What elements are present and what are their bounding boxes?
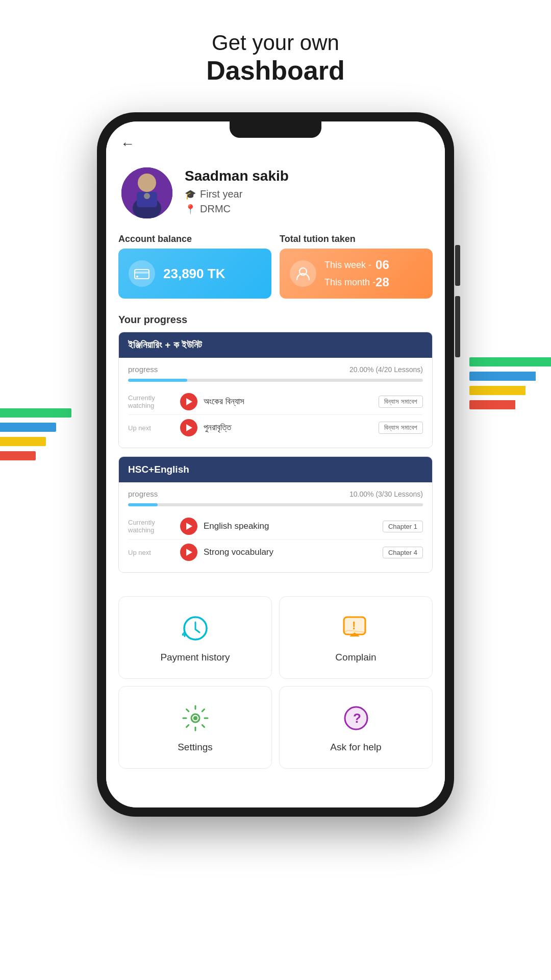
course-2-header: HSC+English — [119, 457, 432, 482]
svg-point-1 — [138, 174, 156, 192]
progress-fill-1 — [128, 379, 187, 382]
play-icon — [186, 424, 192, 431]
course-1: ইঞ্জিনিয়ারিং + ক ইউনিট progress 20.00% … — [118, 332, 433, 448]
phone-mockup: ← — [97, 112, 454, 817]
payment-history-tile[interactable]: Payment history — [118, 596, 272, 679]
profile-institution: 📍 DRMC — [185, 203, 430, 215]
graduation-icon: 🎓 — [185, 189, 196, 200]
lesson-row[interactable]: Currently watching English speaking Chap… — [128, 513, 423, 540]
progress-track-2 — [128, 503, 423, 506]
balance-card: 23,890 TK — [118, 249, 271, 299]
phone-button-volume — [455, 245, 460, 286]
tution-lines: This week - 06 This month - 28 — [324, 258, 389, 289]
lesson-meta: Currently watching — [128, 519, 174, 534]
ask-for-help-tile[interactable]: ? Ask for help — [279, 686, 433, 769]
play-icon — [186, 398, 192, 405]
phone-notch — [230, 121, 321, 138]
phone-button-power — [455, 296, 460, 357]
page-subtitle: Get your own — [0, 31, 551, 55]
course-1-header: ইঞ্জিনিয়ারিং + ক ইউনিট — [119, 332, 432, 358]
profile-info: Saadman sakib 🎓 First year 📍 DRMC — [185, 168, 430, 218]
phone-screen: ← — [106, 121, 445, 807]
tution-card: This week - 06 This month - 28 — [280, 249, 433, 299]
lesson-tag: বিন্যাস সমাবেশ — [379, 396, 423, 408]
balance-value: 23,890 TK — [163, 266, 261, 282]
play-icon — [186, 523, 192, 530]
ask-for-help-label: Ask for help — [330, 742, 381, 753]
complain-icon: ! — [340, 612, 372, 645]
svg-point-4 — [144, 193, 150, 199]
balance-info: 23,890 TK — [163, 266, 261, 282]
lesson-meta: Up next — [128, 549, 174, 556]
play-button[interactable] — [180, 393, 197, 410]
help-icon: ? — [340, 702, 372, 734]
progress-bar-row-1: progress 20.00% (4/20 Lessons) — [128, 365, 423, 374]
lesson-title: অংকের বিন্যাস — [204, 397, 372, 407]
lesson-row[interactable]: Currently watching অংকের বিন্যাস বিন্যাস… — [128, 389, 423, 415]
progress-percent-2: 10.00% (3/30 Lessons) — [349, 490, 423, 498]
tution-month: This month - 28 — [324, 275, 389, 289]
progress-title: Your progress — [118, 314, 433, 326]
decorative-stripes-left — [0, 408, 71, 464]
complain-tile[interactable]: ! Complain — [279, 596, 433, 679]
profile-name: Saadman sakib — [185, 168, 430, 184]
play-button[interactable] — [180, 518, 197, 535]
settings-icon — [179, 702, 212, 734]
tiles-grid: Payment history ! — [118, 596, 433, 769]
svg-text:?: ? — [353, 710, 361, 726]
progress-label-2: progress — [128, 489, 158, 498]
avatar — [121, 167, 172, 218]
tution-label: Total tution taken — [280, 234, 433, 244]
payment-history-label: Payment history — [160, 652, 230, 663]
profile-year: 🎓 First year — [185, 188, 430, 200]
tiles-section: Payment history ! — [106, 591, 445, 779]
page-title: Dashboard — [0, 55, 551, 86]
stats-row: 23,890 TK This week — [106, 249, 445, 309]
stats-labels: Account balance Total tution taken — [106, 234, 445, 249]
tution-icon — [290, 260, 316, 287]
progress-fill-2 — [128, 503, 158, 506]
svg-rect-6 — [135, 272, 149, 274]
lesson-title: Strong vocabulary — [204, 547, 377, 557]
settings-tile[interactable]: Settings — [118, 686, 272, 769]
lesson-title: পুনরাবৃত্তি — [204, 423, 372, 433]
play-icon — [186, 549, 192, 556]
balance-icon — [129, 260, 155, 287]
course-2-body: progress 10.00% (3/30 Lessons) Currently… — [119, 482, 432, 572]
avatar-image — [121, 167, 172, 218]
play-button[interactable] — [180, 419, 197, 436]
balance-label: Account balance — [118, 234, 271, 244]
svg-point-14 — [193, 716, 197, 720]
settings-label: Settings — [178, 742, 213, 753]
page-header: Get your own Dashboard — [0, 0, 551, 101]
clock-icon — [179, 612, 212, 645]
lesson-tag: Chapter 4 — [383, 547, 423, 558]
complain-label: Complain — [335, 652, 376, 663]
lesson-meta: Up next — [128, 424, 174, 432]
lesson-row[interactable]: Up next Strong vocabulary Chapter 4 — [128, 540, 423, 565]
svg-point-7 — [136, 276, 138, 278]
progress-bar-row-2: progress 10.00% (3/30 Lessons) — [128, 489, 423, 498]
decorative-stripes-right — [469, 357, 551, 413]
tution-week: This week - 06 — [324, 258, 389, 272]
lesson-title: English speaking — [204, 521, 377, 531]
progress-percent-1: 20.00% (4/20 Lessons) — [349, 365, 423, 374]
progress-section: Your progress ইঞ্জিনিয়ারিং + ক ইউনিট pr… — [106, 309, 445, 591]
phone-outer: ← — [97, 112, 454, 817]
progress-label-1: progress — [128, 365, 158, 374]
progress-track-1 — [128, 379, 423, 382]
screen-content: ← — [106, 121, 445, 807]
location-icon: 📍 — [185, 204, 196, 215]
lesson-row[interactable]: Up next পুনরাবৃত্তি বিন্যাস সমাবেশ — [128, 415, 423, 440]
course-1-body: progress 20.00% (4/20 Lessons) Currently… — [119, 358, 432, 448]
course-2: HSC+English progress 10.00% (3/30 Lesson… — [118, 456, 433, 573]
lesson-meta: Currently watching — [128, 394, 174, 409]
lesson-tag: Chapter 1 — [383, 521, 423, 532]
lesson-tag: বিন্যাস সমাবেশ — [379, 422, 423, 434]
svg-text:!: ! — [352, 619, 356, 632]
play-button[interactable] — [180, 544, 197, 561]
profile-section: Saadman sakib 🎓 First year 📍 DRMC — [106, 157, 445, 234]
